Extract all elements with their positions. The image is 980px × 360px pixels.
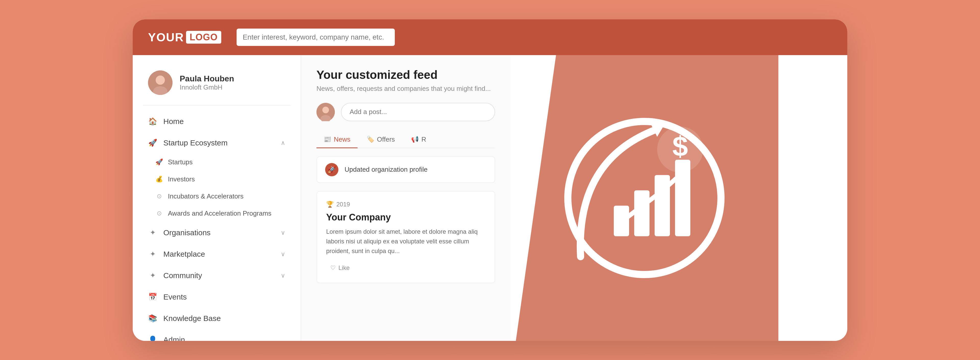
topbar: YOUR LOGO <box>133 19 847 55</box>
incubators-sub-icon: ⊙ <box>156 193 163 200</box>
svg-point-4 <box>322 107 329 113</box>
feed-tabs: 📰 News 🏷️ Offers 📢 R <box>317 132 495 148</box>
search-input[interactable] <box>243 33 389 41</box>
sidebar-item-awards[interactable]: ⊙ Awards and Acceleration Programs <box>133 205 301 222</box>
svg-text:$: $ <box>672 130 688 162</box>
organisations-label: Organisations <box>163 228 275 237</box>
avatar <box>148 70 172 95</box>
startups-label: Startups <box>168 158 192 166</box>
right-illustration-panel: $ <box>511 55 778 341</box>
sidebar-item-incubators[interactable]: ⊙ Incubators & Accelerators <box>133 188 301 205</box>
events-label: Events <box>163 293 285 301</box>
post-composer <box>317 103 495 121</box>
sidebar-item-home[interactable]: 🏠 Home <box>133 111 301 132</box>
sidebar: Paula Houben Innoloft GmbH 🏠 Home 🚀 Star… <box>133 55 301 341</box>
post-composer-input[interactable] <box>341 103 495 121</box>
logo-your: YOUR <box>148 30 184 44</box>
organisations-icon: ✦ <box>148 228 157 237</box>
startup-label: Startup Ecosystem <box>163 138 275 147</box>
sidebar-item-startups[interactable]: 🚀 Startups <box>133 154 301 171</box>
feed-subtitle: News, offers, requests and companies tha… <box>317 85 495 93</box>
chevron-down-comm-icon: ∨ <box>281 272 285 279</box>
sidebar-item-community[interactable]: ✦ Community ∨ <box>133 265 301 286</box>
svg-point-1 <box>156 76 165 85</box>
feed-title: Your customized feed <box>317 68 495 82</box>
home-label: Home <box>163 117 285 126</box>
search-bar[interactable] <box>237 29 395 46</box>
logo: YOUR LOGO <box>148 30 221 44</box>
investors-sub-icon: 💰 <box>156 176 163 183</box>
tab-offers[interactable]: 🏷️ Offers <box>360 132 402 148</box>
admin-icon: 👤 <box>148 335 157 341</box>
offers-tab-label: Offers <box>377 135 395 143</box>
like-label: Like <box>339 264 350 271</box>
sidebar-item-organisations[interactable]: ✦ Organisations ∨ <box>133 222 301 243</box>
notification-text: Updated organization profile <box>345 166 428 173</box>
offers-tab-icon: 🏷️ <box>367 136 374 143</box>
chevron-up-icon: ∧ <box>281 139 285 146</box>
knowledge-label: Knowledge Base <box>163 314 285 323</box>
incubators-label: Incubators & Accelerators <box>168 192 243 200</box>
chevron-down-market-icon: ∨ <box>281 251 285 258</box>
awards-label: Awards and Acceleration Programs <box>168 209 272 217</box>
community-icon: ✦ <box>148 271 157 280</box>
illustration-container: $ <box>555 109 734 287</box>
main-area: Paula Houben Innoloft GmbH 🏠 Home 🚀 Star… <box>133 55 847 341</box>
awards-sub-icon: ⊙ <box>156 210 163 217</box>
year-icon: 🏆 <box>326 201 334 208</box>
post-card: 🏆 2019 Your Company Lorem ipsum dolor si… <box>317 191 495 283</box>
events-icon: 📅 <box>148 292 157 301</box>
startups-sub-icon: 🚀 <box>156 159 163 166</box>
svg-rect-9 <box>634 190 649 236</box>
tab-news[interactable]: 📰 News <box>317 132 358 148</box>
composer-avatar <box>317 103 335 121</box>
growth-chart-illustration: $ <box>555 109 734 287</box>
post-body: Lorem ipsum dolor sit amet, labore et do… <box>326 227 485 256</box>
home-icon: 🏠 <box>148 117 157 126</box>
community-label: Community <box>163 271 275 280</box>
sidebar-item-events[interactable]: 📅 Events <box>133 286 301 308</box>
requests-tab-icon: 📢 <box>411 136 419 143</box>
sidebar-item-admin[interactable]: 👤 Admin <box>133 329 301 341</box>
sidebar-item-marketplace[interactable]: ✦ Marketplace ∨ <box>133 243 301 265</box>
notification-icon: 🚀 <box>325 163 339 176</box>
year-value: 2019 <box>336 201 350 208</box>
marketplace-icon: ✦ <box>148 249 157 259</box>
marketplace-label: Marketplace <box>163 250 275 259</box>
heart-icon: ♡ <box>330 264 336 271</box>
tab-requests[interactable]: 📢 R <box>404 132 433 148</box>
feed-area: Your customized feed News, offers, reque… <box>301 55 511 341</box>
notification-banner: 🚀 Updated organization profile <box>317 156 495 183</box>
user-profile: Paula Houben Innoloft GmbH <box>133 65 301 105</box>
user-info: Paula Houben Innoloft GmbH <box>180 74 234 91</box>
news-tab-icon: 📰 <box>324 136 331 143</box>
knowledge-icon: 📚 <box>148 314 157 323</box>
news-tab-label: News <box>334 135 350 143</box>
startup-icon: 🚀 <box>148 138 157 147</box>
admin-label: Admin <box>163 336 285 341</box>
post-title: Your Company <box>326 212 485 223</box>
logo-box: LOGO <box>186 31 221 44</box>
user-company: Innoloft GmbH <box>180 83 234 91</box>
nav-divider <box>143 105 290 106</box>
like-button[interactable]: ♡ Like <box>326 262 354 273</box>
main-card: YOUR LOGO <box>133 19 847 341</box>
post-year: 🏆 2019 <box>326 201 350 208</box>
sidebar-item-knowledge[interactable]: 📚 Knowledge Base <box>133 308 301 329</box>
sidebar-item-startup-ecosystem[interactable]: 🚀 Startup Ecosystem ∧ <box>133 132 301 154</box>
page-background: YOUR LOGO <box>0 0 980 360</box>
user-name: Paula Houben <box>180 74 234 83</box>
post-meta: 🏆 2019 <box>326 201 485 208</box>
post-actions: ♡ Like <box>326 262 485 273</box>
requests-tab-label: R <box>422 135 426 143</box>
chevron-down-orgs-icon: ∨ <box>281 229 285 236</box>
sidebar-item-investors[interactable]: 💰 Investors <box>133 171 301 188</box>
investors-label: Investors <box>168 175 195 183</box>
